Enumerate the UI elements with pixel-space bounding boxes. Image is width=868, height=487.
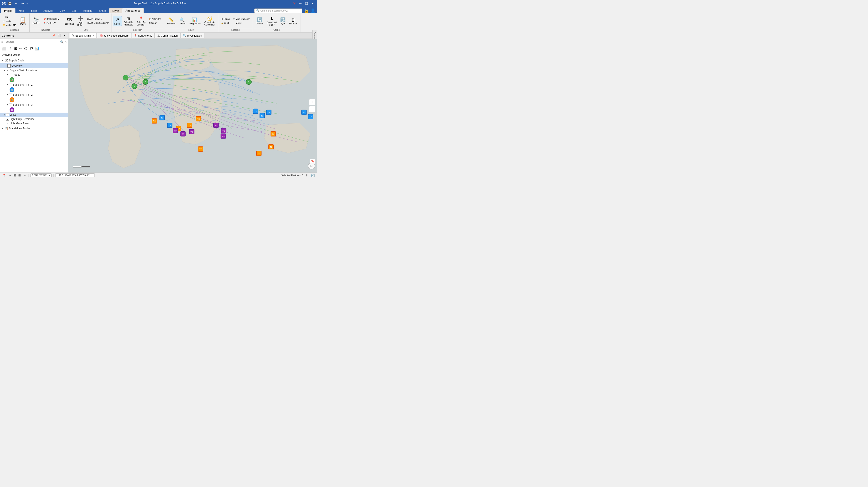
list-by-charts-btn[interactable]: 📊 (34, 46, 40, 51)
help-btn[interactable]: ❓ (292, 1, 297, 6)
expand-plants[interactable]: ▼ (6, 73, 9, 76)
copy-button[interactable]: 📋 Copy (1, 19, 17, 23)
expand-supply-chain[interactable]: ▼ (1, 59, 4, 62)
expand-t2[interactable]: ▼ (6, 93, 9, 96)
tab-edit[interactable]: Edit (69, 8, 80, 13)
select-by-location-button[interactable]: 📍Select ByLocation (135, 16, 147, 27)
list-by-editing-btn[interactable]: ✏ (19, 46, 23, 51)
scale-dropdown[interactable]: ▾ (49, 174, 50, 176)
map-tab-investigation[interactable]: 🔍 Investigation (181, 33, 204, 38)
measure-button[interactable]: 📏Measure (165, 16, 177, 26)
list-by-drawing-order-btn[interactable]: ⬜ (1, 46, 7, 51)
tab-project[interactable]: Project (1, 8, 16, 13)
coordinate-conversion-button[interactable]: 🧭CoordinateConversion (203, 16, 217, 27)
basemap-button[interactable]: 🗺Basemap (63, 16, 75, 26)
locate-status-btn[interactable]: 📍 (2, 173, 7, 177)
undo-btn[interactable]: ↩ (13, 1, 19, 6)
contents-pin-btn[interactable]: 📌 (51, 34, 56, 37)
map-tab-supply-chain[interactable]: 🗺 Supply Chain ✕ (69, 33, 97, 38)
contents-float-btn[interactable]: ⬜ (57, 34, 62, 37)
tree-item-links[interactable]: ▶ ✓ Links (0, 113, 68, 117)
tree-item-suppliers-t3[interactable]: ▼ ✓ Suppliers - Tier 3 (0, 102, 68, 107)
tab-view[interactable]: View (56, 8, 69, 13)
map-tab-contamination[interactable]: ⚠ Contamination (155, 33, 180, 38)
light-gray-ref-checkbox[interactable]: ✓ (6, 118, 9, 121)
more-button[interactable]: ⋯ More ▾ (231, 21, 251, 25)
list-by-labeling-btn[interactable]: 🏷 (29, 46, 33, 51)
list-by-data-source-btn[interactable]: 🗄 (8, 46, 12, 51)
tree-item-light-gray-ref[interactable]: ▶ ✓ Light Gray Reference (0, 117, 68, 121)
restore-btn[interactable]: ❐ (304, 1, 309, 6)
add-graphics-layer-button[interactable]: ⬡ Add Graphics Layer (86, 21, 110, 25)
attributes-button[interactable]: 📋 Attributes (148, 17, 162, 21)
tab-appearance[interactable]: Appearance (122, 8, 144, 13)
light-gray-base-checkbox[interactable]: ✓ (6, 122, 9, 125)
expand-standalone[interactable]: ▶ (1, 127, 4, 130)
select-by-attributes-button[interactable]: ⊞Select ByAttributes (122, 16, 134, 27)
paste-button[interactable]: 📋Paste (18, 16, 28, 26)
map-tab-knowledge[interactable]: 🧠 Knowledge Suppliers (97, 33, 131, 38)
lock-button[interactable]: 🔒 Lock (220, 21, 231, 25)
tree-item-plants[interactable]: ▼ ✓ Plants (0, 72, 68, 77)
t1-checkbox[interactable]: ✓ (9, 83, 12, 86)
tree-item-suppliers-t2[interactable]: ▼ ✓ Suppliers - Tier 2 (0, 93, 68, 97)
arrow-status-btn[interactable]: → (23, 173, 27, 177)
expand-sc-locations[interactable]: ▼ (3, 69, 6, 72)
tab-share[interactable]: Share (96, 8, 109, 13)
tree-item-supply-chain[interactable]: ▼ 🗺 Supply Chain (0, 58, 68, 63)
cut-button[interactable]: ✂ Cut (1, 15, 17, 19)
minimize-btn[interactable]: ─ (298, 1, 303, 6)
tab-analysis[interactable]: Analysis (40, 8, 57, 13)
search-icon[interactable]: 🔍 (60, 40, 64, 43)
add-data-button[interactable]: ➕AddData ▾ (76, 15, 85, 27)
bookmarks-button[interactable]: 📌 Bookmarks ▾ (42, 17, 60, 21)
clear-button[interactable]: ✕ Clear (148, 21, 162, 25)
map-canvas[interactable]: P P P P T1 T1 T1 T1 (68, 39, 317, 173)
close-btn[interactable]: ✕ (310, 1, 315, 6)
save-btn[interactable]: 💾 (7, 1, 12, 6)
grid-status-btn[interactable]: ⊞ (13, 173, 17, 177)
coordinates-box[interactable]: 147.0116611°W 65.6077463°N ▾ (55, 173, 95, 177)
goto-xy-button[interactable]: 📍 Go To XY (42, 21, 60, 25)
redo-btn[interactable]: ↪ (20, 1, 25, 6)
scale-box[interactable]: 1:131,882,388 ▾ (30, 173, 52, 177)
tab-imagery[interactable]: Imagery (80, 8, 96, 13)
select-button[interactable]: ↗Select (113, 16, 122, 26)
search-close-icon[interactable]: ✕ (64, 40, 67, 43)
nav-status-btn[interactable]: ↔ (8, 173, 12, 177)
sc-locations-checkbox[interactable]: ✓ (6, 69, 9, 72)
zoom-in-button[interactable]: + (309, 99, 315, 105)
tree-item-standalone-tables[interactable]: ▶ 📋 Standalone Tables (0, 126, 68, 131)
links-checkbox[interactable]: ✓ (6, 113, 9, 116)
t3-checkbox[interactable]: ✓ (9, 103, 12, 106)
sync-button[interactable]: 🔃Sync (278, 16, 287, 26)
command-search[interactable]: 🔍 Command Search (Alt+Q) (254, 8, 302, 13)
pause-button[interactable]: ⏸ Pause (220, 17, 231, 21)
copy-path-button[interactable]: 📂 Copy Path (1, 23, 17, 27)
view-unplaced-button[interactable]: 👁 View Unplaced (231, 17, 251, 21)
search-input[interactable] (4, 40, 59, 44)
expand-links[interactable]: ▶ (3, 113, 6, 116)
tab-layer[interactable]: Layer (109, 8, 122, 13)
plants-checkbox[interactable]: ✓ (9, 73, 12, 76)
tab-insert[interactable]: Insert (27, 8, 40, 13)
list-by-snapping-btn[interactable]: ⬡ (24, 46, 28, 51)
add-preset-button[interactable]: ▦ Add Preset ▾ (86, 17, 110, 21)
map-tab-san-antonio[interactable]: 📍 San Antonio (131, 33, 155, 38)
extent-status-btn[interactable]: ⊡ (18, 173, 22, 177)
explore-button[interactable]: 🔭Explore (31, 17, 41, 25)
download-map-button[interactable]: ⬇DownloadMap ▾ (266, 15, 278, 27)
tree-item-light-gray-base[interactable]: ▶ ✓ Light Gray Base (0, 121, 68, 126)
remove-button[interactable]: 🗑Remove (287, 17, 299, 26)
infographics-button[interactable]: 📊Infographics (187, 16, 202, 26)
list-by-type-btn[interactable]: ⊞ (13, 46, 18, 51)
expand-t1[interactable]: ▼ (6, 83, 9, 86)
contents-close-btn[interactable]: ✕ (63, 34, 66, 37)
tree-item-sc-locations[interactable]: ▼ ✓ Supply Chain Locations (0, 68, 68, 72)
locate-button[interactable]: 🔍Locate (177, 16, 187, 26)
coords-dropdown[interactable]: ▾ (91, 174, 93, 177)
convert-button[interactable]: 🔄Convert (254, 16, 265, 26)
tree-item-suppliers-t1[interactable]: ▼ ✓ Suppliers - Tier 1 (0, 83, 68, 87)
tree-item-overview[interactable]: ▶ Overview (0, 63, 68, 68)
pause-refresh-btn[interactable]: ⏸ (305, 173, 309, 177)
